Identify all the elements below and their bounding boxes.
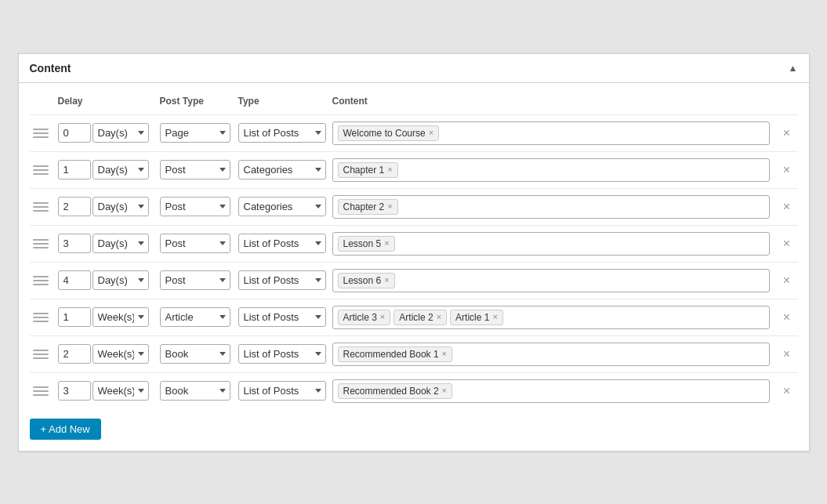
tag-label: Chapter 1 <box>343 165 385 176</box>
drag-handle[interactable] <box>30 127 58 140</box>
drag-line-1 <box>33 350 49 351</box>
posttype-select[interactable]: PagePostArticleBook <box>160 344 230 364</box>
delay-input[interactable] <box>58 344 91 364</box>
add-new-button[interactable]: + Add New <box>30 419 101 440</box>
type-select[interactable]: List of PostsCategories <box>238 123 326 143</box>
remove-row-button[interactable]: × <box>776 348 798 361</box>
delay-unit-select[interactable]: Day(s)Week(s)Month(s) <box>92 344 149 364</box>
content-box[interactable]: Lesson 5 × <box>332 232 770 256</box>
type-cell: List of PostsCategories <box>238 160 332 179</box>
tag-remove[interactable]: × <box>387 165 392 174</box>
content-box[interactable]: Recommended Book 1 × <box>332 343 770 366</box>
drag-handle[interactable] <box>30 348 58 361</box>
tag-remove[interactable]: × <box>384 276 389 285</box>
remove-row-button[interactable]: × <box>776 311 798 324</box>
drag-line-3 <box>33 284 49 285</box>
delay-input[interactable] <box>58 307 91 327</box>
drag-handle[interactable] <box>30 201 58 213</box>
delay-input[interactable] <box>58 234 91 253</box>
type-select[interactable]: List of PostsCategories <box>238 344 326 364</box>
delay-group: Day(s)Week(s)Month(s) <box>58 381 160 401</box>
delay-unit-select[interactable]: Day(s)Week(s)Month(s) <box>92 160 149 179</box>
type-select[interactable]: List of PostsCategories <box>238 197 326 216</box>
panel-title: Content <box>30 62 71 74</box>
drag-line-3 <box>33 247 49 248</box>
remove-row-button[interactable]: × <box>776 164 798 176</box>
tag-remove[interactable]: × <box>387 202 392 211</box>
type-select[interactable]: List of PostsCategories <box>238 270 326 290</box>
tag-remove[interactable]: × <box>384 239 389 248</box>
type-select[interactable]: List of PostsCategories <box>238 234 326 253</box>
content-box[interactable]: Lesson 6 × <box>332 269 770 292</box>
drag-handle[interactable] <box>30 311 58 324</box>
column-headers: Delay Post Type Type Content <box>30 91 798 114</box>
type-select[interactable]: List of PostsCategories <box>238 381 326 401</box>
posttype-select[interactable]: PagePostArticleBook <box>160 160 230 179</box>
delay-unit-select[interactable]: Day(s)Week(s)Month(s) <box>92 381 149 401</box>
remove-row-button[interactable]: × <box>776 127 798 140</box>
content-cell: Recommended Book 1 × <box>332 343 770 366</box>
delay-input[interactable] <box>58 123 91 143</box>
content-box[interactable]: Recommended Book 2 × <box>332 379 770 403</box>
drag-line-2 <box>33 317 49 318</box>
tag-remove[interactable]: × <box>380 313 385 321</box>
drag-line-2 <box>33 280 49 281</box>
content-tag: Article 2 × <box>394 310 447 325</box>
tag-label: Article 2 <box>399 312 433 323</box>
tag-label: Article 1 <box>455 312 489 323</box>
delay-col-header: Delay <box>58 96 160 107</box>
collapse-icon[interactable]: ▲ <box>789 63 798 74</box>
delay-input[interactable] <box>58 160 91 179</box>
drag-handle[interactable] <box>30 274 58 287</box>
tag-label: Welcome to Course <box>343 128 426 139</box>
tag-label: Lesson 6 <box>343 275 382 286</box>
tag-remove[interactable]: × <box>442 386 447 395</box>
posttype-select[interactable]: PagePostArticleBook <box>160 270 230 290</box>
type-cell: List of PostsCategories <box>238 270 332 290</box>
drag-line-3 <box>33 210 49 212</box>
type-select[interactable]: List of PostsCategories <box>238 307 326 327</box>
drag-line-2 <box>33 243 49 245</box>
type-select[interactable]: List of PostsCategories <box>238 160 326 179</box>
drag-line-1 <box>33 165 49 167</box>
delay-unit-select[interactable]: Day(s)Week(s)Month(s) <box>92 234 149 253</box>
delay-input[interactable] <box>58 381 91 401</box>
delay-group: Day(s)Week(s)Month(s) <box>58 307 160 327</box>
drag-handle[interactable] <box>30 237 58 250</box>
posttype-select[interactable]: PagePostArticleBook <box>160 197 230 216</box>
delay-unit-select[interactable]: Day(s)Week(s)Month(s) <box>92 123 149 143</box>
delay-group: Day(s)Week(s)Month(s) <box>58 197 160 216</box>
drag-line-3 <box>33 357 49 359</box>
content-box[interactable]: Article 3 × Article 2 × Article 1 × <box>332 306 770 329</box>
posttype-cell: PagePostArticleBook <box>160 307 238 327</box>
content-box[interactable]: Chapter 2 × <box>332 195 770 219</box>
delay-input[interactable] <box>58 197 91 216</box>
remove-row-button[interactable]: × <box>776 385 798 397</box>
drag-handle[interactable] <box>30 164 58 176</box>
content-tag: Lesson 5 × <box>338 236 395 252</box>
posttype-select[interactable]: PagePostArticleBook <box>160 307 230 327</box>
remove-row-button[interactable]: × <box>776 237 798 250</box>
tag-remove[interactable]: × <box>437 313 441 321</box>
posttype-cell: PagePostArticleBook <box>160 270 238 290</box>
table-row: Day(s)Week(s)Month(s) PagePostArticleBoo… <box>30 372 798 409</box>
tag-remove[interactable]: × <box>442 350 447 358</box>
delay-input[interactable] <box>58 270 91 290</box>
content-tag: Chapter 2 × <box>338 199 398 215</box>
tag-remove[interactable]: × <box>429 129 433 137</box>
posttype-cell: PagePostArticleBook <box>160 344 238 364</box>
type-cell: List of PostsCategories <box>238 381 332 401</box>
content-box[interactable]: Welcome to Course × <box>332 121 770 145</box>
delay-unit-select[interactable]: Day(s)Week(s)Month(s) <box>92 270 149 290</box>
remove-row-button[interactable]: × <box>776 201 798 213</box>
delay-unit-select[interactable]: Day(s)Week(s)Month(s) <box>92 307 149 327</box>
delay-unit-select[interactable]: Day(s)Week(s)Month(s) <box>92 197 149 216</box>
posttype-cell: PagePostArticleBook <box>160 197 238 216</box>
posttype-select[interactable]: PagePostArticleBook <box>160 381 230 401</box>
remove-row-button[interactable]: × <box>776 274 798 287</box>
drag-handle[interactable] <box>30 385 58 397</box>
posttype-select[interactable]: PagePostArticleBook <box>160 234 230 253</box>
tag-remove[interactable]: × <box>492 313 497 321</box>
content-box[interactable]: Chapter 1 × <box>332 158 770 182</box>
posttype-select[interactable]: PagePostArticleBook <box>160 123 230 143</box>
